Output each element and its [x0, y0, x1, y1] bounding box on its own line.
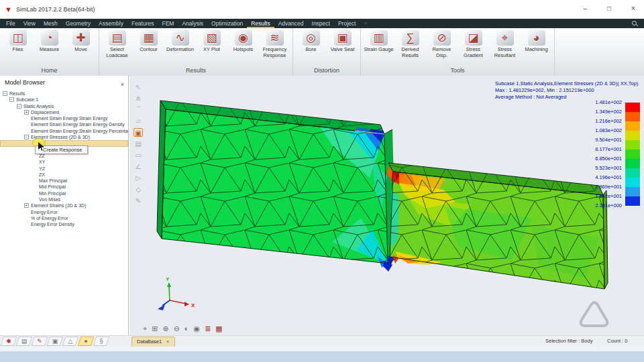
triangle-tool-icon[interactable]: ▷: [133, 174, 143, 182]
atoms-view-button[interactable]: ✱: [1, 337, 17, 346]
tree-item-of-energy-error[interactable]: % of Energy Error: [0, 215, 128, 221]
tree-item-static-analysis[interactable]: −Static Analysis: [0, 103, 128, 109]
annotate-button[interactable]: ✎: [32, 337, 48, 346]
tree-item-element-strains-2d-3d[interactable]: +Element Strains (2D & 3D): [0, 202, 128, 208]
search-icon[interactable]: [632, 21, 638, 27]
viewport-3d[interactable]: ⇖⋔⌒▱▣▤▭∠▷◇✎: [129, 76, 644, 335]
tree-item-element-strain-energy-strain-energy[interactable]: Element Strain Energy:Strain Energy: [0, 115, 128, 121]
angle-tool-icon[interactable]: ∠: [133, 162, 143, 171]
select-cursor-tool-icon[interactable]: ⇖: [133, 82, 143, 91]
tree-item-results[interactable]: −Results: [0, 90, 128, 97]
sheet-tool-icon[interactable]: ▭: [133, 151, 143, 160]
menu-item-[interactable]: +: [360, 19, 371, 28]
ribbon-button-hotspots[interactable]: ◉Hotspots: [227, 29, 259, 66]
curve-tool-icon[interactable]: ⌒: [133, 105, 143, 114]
ribbon-group-results: ▤Select Loadcase▦Contour∿Deformation▧XY …: [99, 28, 293, 76]
pen-tool-icon[interactable]: ✎: [133, 196, 143, 205]
menu-item-project[interactable]: Project: [334, 19, 360, 28]
ribbon-button-select-loadcase[interactable]: ▤Select Loadcase: [101, 29, 133, 66]
menu-item-file[interactable]: File: [2, 19, 19, 28]
menu-item-inspect[interactable]: Inspect: [308, 19, 334, 28]
ribbon-button-xy-plot[interactable]: ▧XY Plot: [196, 29, 227, 66]
tree-item-element-strain-energy-strain-energy-density[interactable]: Element Strain Energy:Strain Energy Dens…: [0, 121, 128, 127]
fea-model[interactable]: Y X: [156, 96, 612, 330]
tree-expander-expand-icon[interactable]: +: [24, 203, 29, 208]
tree-item-min-principal[interactable]: Min Principal: [0, 190, 128, 196]
tree-item-yz[interactable]: YZ: [0, 166, 128, 172]
close-button[interactable]: ×: [629, 5, 637, 12]
ribbon-button-move[interactable]: ✚Move: [65, 29, 97, 66]
legend-value: 5.523e+001: [595, 164, 625, 173]
menu-item-optimization[interactable]: Optimization: [207, 19, 247, 28]
tree-expander-collapse-icon[interactable]: −: [17, 104, 21, 109]
ribbon-button-contour[interactable]: ▦Contour: [133, 29, 164, 66]
tree-expander-collapse-icon[interactable]: −: [24, 135, 29, 139]
menu-item-analysis[interactable]: Analysis: [178, 19, 207, 28]
ribbon-button-stress-gradient[interactable]: ◪Stress Gradient: [458, 29, 489, 66]
visibility-eye-icon[interactable]: ◉: [194, 324, 201, 333]
tree-item-von-mises[interactable]: Von Mises: [0, 196, 128, 202]
tree-item-mid-principal[interactable]: Mid Principal: [0, 184, 128, 190]
zoom-box-icon[interactable]: ⊕: [162, 324, 168, 333]
split-tool-icon[interactable]: ⋔: [133, 94, 143, 103]
tetra-view-button-icon: △: [64, 337, 76, 345]
tree-item-element-stresses-2d-3d[interactable]: −Element Stresses (2D & 3D): [0, 134, 128, 140]
ribbon-button-stress-resultant[interactable]: ⌖Stress Resultant: [489, 29, 521, 66]
diamond-tool-icon[interactable]: ◇: [133, 185, 143, 194]
tree-expander-collapse-icon[interactable]: −: [9, 97, 14, 102]
tree-item-element-strain-energy-strain-energy-percentage[interactable]: Element Strain Energy:Strain Energy Perc…: [0, 128, 128, 134]
tree-item-xy[interactable]: XY: [0, 159, 128, 165]
ribbon-button-bore[interactable]: ◎Bore: [295, 29, 327, 66]
ribbon-button-files[interactable]: ◫Files: [2, 29, 34, 66]
mesh-view-icon[interactable]: ▦: [215, 324, 222, 333]
minimize-button[interactable]: –: [581, 5, 589, 12]
result-header-line2: Max : 1.481229e+002, Min : 2.151219e+000: [495, 87, 638, 94]
ribbon-button-machining[interactable]: ◕Machining: [521, 29, 552, 66]
triad-toggle-icon[interactable]: ⌖: [143, 324, 147, 333]
ribbon-button-derived-results[interactable]: ∑Derived Results: [394, 29, 426, 66]
cube-tool-icon[interactable]: ▣: [133, 128, 143, 137]
render-view-button[interactable]: ●: [78, 337, 95, 346]
ribbon-button-deformation[interactable]: ∿Deformation: [164, 29, 196, 66]
tree-item-label: Element Strain Energy:Strain Energy: [31, 115, 107, 121]
ribbon-button-strain-gauge[interactable]: ▥Strain Gauge: [363, 29, 394, 66]
zoom-previous-icon[interactable]: ⊖: [174, 324, 180, 333]
tree-expander-collapse-icon[interactable]: −: [3, 91, 7, 96]
plane-tool-icon[interactable]: ▱: [133, 117, 143, 125]
menu-item-results[interactable]: Results: [247, 19, 274, 28]
fit-view-icon[interactable]: ⊞: [152, 324, 158, 333]
tab-close-icon[interactable]: ×: [166, 339, 169, 345]
stack-tool-icon[interactable]: ▤: [133, 139, 143, 148]
frequency-response-icon: ≋: [266, 30, 284, 46]
script-view-button[interactable]: §: [93, 337, 110, 346]
tree-item-displacement[interactable]: +Displacement: [0, 109, 128, 115]
tab-database1[interactable]: DataBase1×: [131, 337, 175, 347]
tree-item-subcase-1[interactable]: −Subcase 1: [0, 97, 128, 103]
menu-item-fem[interactable]: FEM: [158, 19, 178, 28]
tree-item-zx[interactable]: ZX: [0, 172, 128, 178]
shaded-view-icon[interactable]: ◐: [184, 324, 189, 333]
menu-item-view[interactable]: View: [19, 19, 40, 28]
tree-expander-expand-icon[interactable]: +: [24, 110, 29, 115]
ribbon-button-frequency-response[interactable]: ≋Frequency Response: [259, 29, 290, 66]
tree-item-label: Max Principal: [39, 178, 67, 184]
solid-view-button[interactable]: ▣: [47, 337, 64, 346]
notes-view-button[interactable]: ▤: [16, 337, 33, 346]
ribbon-button-label: Machining: [525, 47, 547, 53]
menu-item-assembly[interactable]: Assembly: [95, 19, 127, 28]
tetra-view-button[interactable]: △: [62, 337, 79, 346]
ribbon-button-measure[interactable]: ◔Measure: [34, 29, 65, 66]
menu-item-geometry[interactable]: Geometry: [62, 19, 95, 28]
menu-item-mesh[interactable]: Mesh: [40, 19, 62, 28]
tree-item-energy-error[interactable]: Energy Error: [0, 209, 128, 215]
layers-view-icon[interactable]: ≣: [205, 324, 211, 333]
tree-item-max-principal[interactable]: Max Principal: [0, 178, 128, 184]
machining-icon: ◕: [528, 30, 545, 46]
ribbon-button-valve-seat[interactable]: ▣Valve Seat: [327, 29, 358, 66]
menu-item-features[interactable]: Features: [127, 19, 158, 28]
maximize-button[interactable]: □: [605, 5, 613, 12]
tree-item-energy-error-density[interactable]: Energy Error Density: [0, 221, 128, 227]
ribbon-button-remove-disp[interactable]: ⊘Remove Disp.: [426, 29, 458, 66]
menu-item-advanced[interactable]: Advanced: [274, 19, 308, 28]
model-browser-close-icon[interactable]: ×: [121, 78, 124, 91]
